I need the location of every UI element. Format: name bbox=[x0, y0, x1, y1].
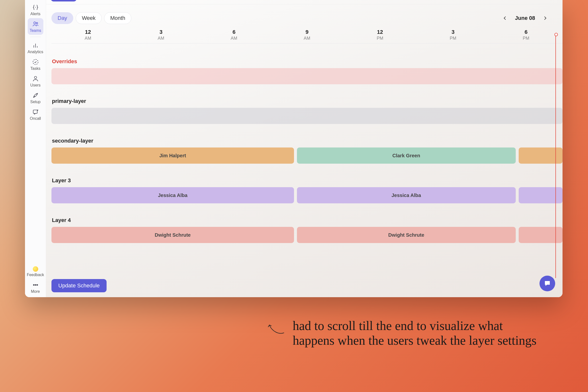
svg-point-1 bbox=[36, 22, 38, 24]
message-out-icon bbox=[32, 108, 39, 116]
time-column: 12AM bbox=[52, 28, 124, 43]
date-nav: June 08 bbox=[502, 15, 548, 21]
sidebar-label: Tasks bbox=[30, 66, 40, 71]
sidebar-item-analytics[interactable]: Analytics bbox=[28, 40, 43, 56]
time-column: 6PM bbox=[490, 28, 562, 43]
controls-row: Day Week Month June 08 bbox=[52, 12, 562, 24]
time-column: 12PM bbox=[344, 28, 416, 43]
now-indicator bbox=[556, 34, 556, 278]
sidebar: Alerts Teams Analytics Tasks Users Setup… bbox=[25, 0, 46, 297]
schedule-slot[interactable]: Jessica Alba bbox=[297, 187, 516, 203]
update-schedule-button[interactable]: Update Schedule bbox=[52, 279, 106, 292]
layer-3: Layer 3 Jessica AlbaJessica Alba bbox=[52, 178, 562, 203]
app-window: Alerts Teams Analytics Tasks Users Setup… bbox=[25, 0, 562, 297]
rocket-icon bbox=[32, 92, 39, 99]
sidebar-item-oncall[interactable]: Oncall bbox=[28, 106, 43, 123]
divider bbox=[30, 37, 41, 37]
team-icon bbox=[32, 20, 39, 28]
layer-overrides: Overrides bbox=[52, 58, 562, 84]
time-column: 9AM bbox=[270, 28, 344, 43]
svg-point-0 bbox=[34, 22, 36, 24]
secondary-track: Jim HalpertClark Green bbox=[52, 148, 562, 164]
schedule-content: Day Week Month June 08 12AM3AM6AM9AM12PM… bbox=[46, 4, 562, 297]
svg-point-5 bbox=[35, 284, 36, 286]
schedule-slot[interactable]: Jessica Alba bbox=[52, 187, 294, 203]
time-column: 3AM bbox=[124, 28, 198, 43]
sidebar-label: More bbox=[31, 289, 40, 294]
feedback-icon bbox=[33, 266, 38, 272]
sidebar-item-feedback[interactable]: Feedback bbox=[28, 264, 43, 279]
user-icon bbox=[32, 75, 39, 82]
annotation-text: had to scroll till the end to visualize … bbox=[293, 318, 536, 348]
schedule-slot[interactable]: Jim Halpert bbox=[52, 148, 294, 164]
sidebar-label: Teams bbox=[30, 28, 41, 33]
time-header: 12AM3AM6AM9AM12PM3PM6PM bbox=[52, 28, 562, 44]
sidebar-label: Setup bbox=[30, 100, 41, 104]
arrow-icon bbox=[267, 318, 286, 340]
sidebar-label: Users bbox=[30, 83, 41, 88]
layer-title: Layer 4 bbox=[52, 217, 562, 224]
layer3-track: Jessica AlbaJessica Alba bbox=[52, 187, 562, 203]
sidebar-item-users[interactable]: Users bbox=[28, 73, 43, 90]
view-toggle: Day Week Month bbox=[52, 12, 131, 24]
check-circle-dashed-icon bbox=[32, 58, 39, 66]
chevron-right-icon[interactable] bbox=[542, 16, 548, 21]
braces-icon bbox=[32, 4, 39, 11]
layer-title: secondary-layer bbox=[52, 138, 562, 144]
chevron-left-icon[interactable] bbox=[502, 16, 508, 21]
sidebar-item-tasks[interactable]: Tasks bbox=[28, 56, 43, 73]
time-column: 3PM bbox=[416, 28, 490, 43]
primary-track[interactable] bbox=[52, 108, 562, 124]
sidebar-item-teams[interactable]: Teams bbox=[28, 18, 43, 35]
layers-area: Overrides primary-layer secondary-layer … bbox=[52, 44, 562, 297]
schedule-slot[interactable]: Dwight Schrute bbox=[297, 227, 516, 243]
svg-point-2 bbox=[34, 76, 36, 79]
chat-icon bbox=[544, 280, 551, 287]
view-week-button[interactable]: Week bbox=[76, 12, 102, 24]
bars-icon bbox=[32, 42, 39, 49]
current-date: June 08 bbox=[515, 15, 535, 21]
schedule-slot[interactable] bbox=[519, 148, 562, 164]
layer-secondary: secondary-layer Jim HalpertClark Green bbox=[52, 138, 562, 164]
sidebar-item-more[interactable]: More bbox=[28, 279, 43, 297]
layer-4: Layer 4 Dwight SchruteDwight Schrute bbox=[52, 217, 562, 243]
sidebar-label: Feedback bbox=[27, 273, 44, 277]
svg-point-4 bbox=[33, 284, 34, 286]
svg-point-6 bbox=[36, 284, 38, 286]
view-month-button[interactable]: Month bbox=[104, 12, 131, 24]
view-day-button[interactable]: Day bbox=[52, 12, 73, 24]
layer-title: primary-layer bbox=[52, 98, 562, 104]
sidebar-label: Oncall bbox=[30, 116, 41, 121]
sidebar-label: Alerts bbox=[30, 12, 40, 16]
layer4-track: Dwight SchruteDwight Schrute bbox=[52, 227, 562, 243]
sidebar-item-alerts[interactable]: Alerts bbox=[28, 2, 43, 18]
schedule-slot[interactable] bbox=[519, 227, 562, 243]
top-strip bbox=[46, 0, 562, 4]
annotation: had to scroll till the end to visualize … bbox=[267, 318, 536, 348]
schedule-slot[interactable] bbox=[519, 187, 562, 203]
svg-rect-3 bbox=[33, 110, 37, 114]
time-column: 6AM bbox=[198, 28, 270, 43]
tab-indicator bbox=[51, 0, 76, 2]
schedule-slot[interactable]: Dwight Schrute bbox=[52, 227, 294, 243]
main-panel: Day Week Month June 08 12AM3AM6AM9AM12PM… bbox=[46, 0, 562, 297]
layer-title: Layer 3 bbox=[52, 178, 562, 184]
schedule-slot[interactable]: Clark Green bbox=[297, 148, 516, 164]
dots-icon bbox=[32, 282, 39, 288]
overrides-track[interactable] bbox=[52, 68, 562, 84]
sidebar-label: Analytics bbox=[28, 50, 43, 54]
layer-primary: primary-layer bbox=[52, 98, 562, 124]
sidebar-item-setup[interactable]: Setup bbox=[28, 90, 43, 106]
chat-fab[interactable] bbox=[540, 276, 555, 291]
layer-title: Overrides bbox=[52, 58, 562, 65]
